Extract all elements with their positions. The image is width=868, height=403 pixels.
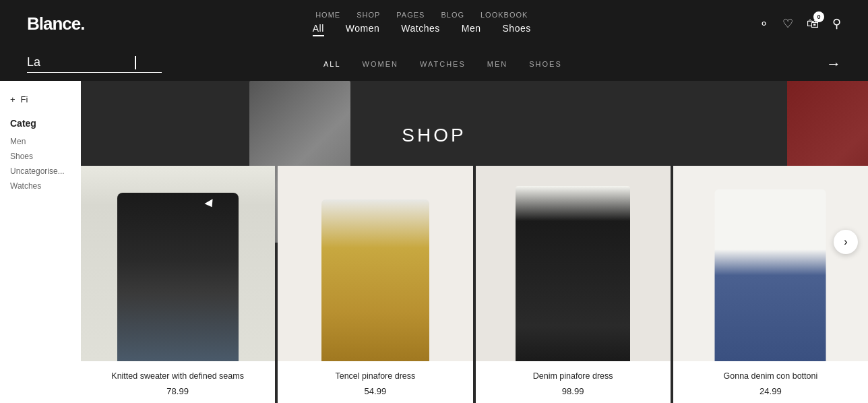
product-name-2: Tencel pinafore dress (284, 371, 466, 383)
cart-badge: 0 (813, 11, 824, 22)
sidebar-filter-toggle[interactable]: + Fi (10, 94, 71, 104)
nav-pages[interactable]: PAGES (396, 11, 425, 19)
product-card-4[interactable]: Gonna denim con bottoni 24.99 (673, 166, 868, 404)
search-arrow[interactable]: → (826, 55, 841, 73)
filter-all[interactable]: ALL (323, 60, 341, 68)
nav-lookbook[interactable]: LOOKBOOK (480, 11, 528, 19)
search-input[interactable] (27, 55, 135, 69)
pinafore-image (278, 166, 472, 361)
sidebar-category-shoes[interactable]: Shoes (10, 152, 71, 161)
filter-shoes[interactable]: SHOES (529, 60, 562, 68)
product-image-3 (476, 166, 671, 361)
product-card-1[interactable]: Knitted sweater with defined seams 78.99 (80, 166, 275, 404)
logo[interactable]: Blance. (27, 13, 85, 34)
content-area: Shop + Fi Categ Men Shoes Uncategorise..… (0, 81, 868, 403)
product-info-1: Knitted sweater with defined seams 78.99 (80, 361, 275, 404)
product-image-4 (673, 166, 868, 361)
gonna-image (673, 166, 868, 361)
product-image-1 (80, 166, 275, 361)
product-price-4: 24.99 (680, 386, 861, 396)
product-grid: Knitted sweater with defined seams 78.99… (78, 166, 868, 404)
filter-women[interactable]: WOMEN (363, 60, 398, 68)
product-card-3[interactable]: Denim pinafore dress 98.99 (476, 166, 671, 404)
product-image-2 (278, 166, 472, 361)
sidebar-category-uncategorised[interactable]: Uncategorise... (10, 166, 71, 176)
cart-icon[interactable]: 🛍 0 (807, 17, 819, 31)
sweater-image (80, 166, 275, 361)
product-name-1: Knitted sweater with defined seams (87, 371, 268, 383)
nav-icons: ⚬ ♡ 🛍 0 ⚲ (759, 16, 841, 31)
nav-all[interactable]: All (313, 23, 324, 36)
product-info-2: Tencel pinafore dress 54.99 (278, 361, 472, 404)
sidebar-filter-label: Fi (21, 94, 28, 104)
nav-top-links: HOME SHOP PAGES BLOG LOOKBOOK (315, 11, 528, 19)
nav-shoes[interactable]: Shoes (503, 23, 531, 36)
grid-next-arrow[interactable]: › (834, 230, 858, 254)
product-price-1: 78.99 (87, 386, 268, 396)
denim-dress-image (476, 166, 671, 361)
nav-bottom-links: All Women Watches Men Shoes (313, 23, 531, 36)
nav-watches[interactable]: Watches (401, 23, 439, 36)
wishlist-icon[interactable]: ♡ (782, 16, 793, 31)
filter-men[interactable]: MEN (487, 60, 507, 68)
nav-women[interactable]: Women (346, 23, 379, 36)
product-card-2[interactable]: Tencel pinafore dress 54.99 (278, 166, 472, 404)
user-icon[interactable]: ⚬ (759, 16, 769, 31)
search-input-wrapper (27, 55, 162, 73)
search-bar: ALL WOMEN WATCHES MEN SHOES → (0, 47, 868, 81)
search-cursor (135, 56, 136, 69)
product-price-2: 54.99 (284, 386, 466, 396)
nav-men[interactable]: Men (462, 23, 481, 36)
nav-home[interactable]: HOME (315, 11, 340, 19)
sidebar-categories-title: Categ (10, 118, 71, 129)
sidebar-category-men[interactable]: Men (10, 137, 71, 146)
product-name-4: Gonna denim con bottoni (680, 371, 861, 383)
sidebar-category-watches[interactable]: Watches (10, 181, 71, 191)
search-icon[interactable]: ⚲ (832, 16, 841, 31)
product-name-3: Denim pinafore dress (483, 371, 664, 383)
plus-icon: + (10, 94, 16, 104)
nav-shop[interactable]: SHOP (356, 11, 380, 19)
product-info-3: Denim pinafore dress 98.99 (476, 361, 671, 404)
search-filters: ALL WOMEN WATCHES MEN SHOES (323, 60, 562, 68)
nav-blog[interactable]: BLOG (441, 11, 464, 19)
product-info-4: Gonna denim con bottoni 24.99 (673, 361, 868, 404)
sidebar: + Fi Categ Men Shoes Uncategorise... Wat… (0, 81, 81, 403)
top-navigation: Blance. HOME SHOP PAGES BLOG LOOKBOOK Al… (0, 0, 868, 47)
product-price-3: 98.99 (483, 386, 664, 396)
filter-watches[interactable]: WATCHES (420, 60, 466, 68)
main-nav: HOME SHOP PAGES BLOG LOOKBOOK All Women … (313, 11, 531, 36)
shop-label: Shop (402, 125, 466, 146)
